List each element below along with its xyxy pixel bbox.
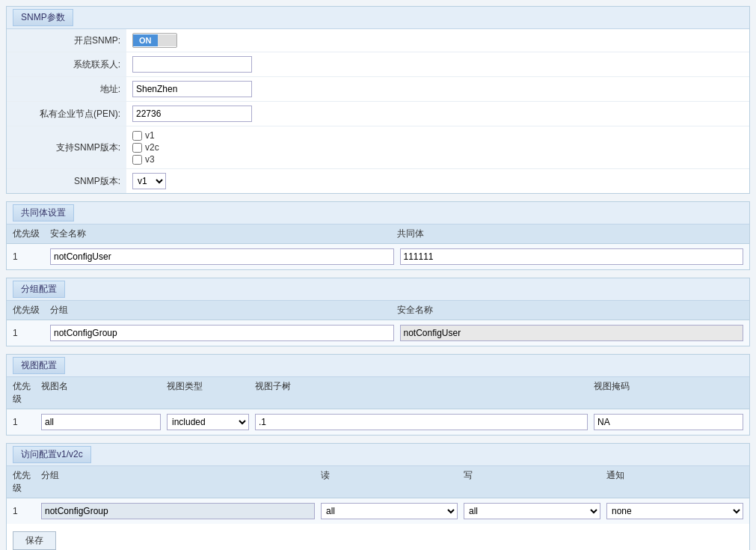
view-col-subtree: 视图子树 (255, 380, 588, 406)
access-notify-select[interactable]: none all (606, 503, 743, 519)
pen-label: 私有企业节点(PEN): (7, 102, 126, 126)
community-col-priority: 优先级 (13, 227, 50, 240)
version-support-row: 支持SNMP版本: v1 v2c v3 (7, 126, 749, 169)
view-subtree-input[interactable] (255, 414, 588, 430)
community-value-cell (400, 248, 744, 265)
view-config-title: 视图配置 (13, 357, 65, 374)
group-header-row: 优先级 分组 安全名称 (7, 301, 749, 320)
location-label: 地址: (7, 77, 126, 102)
access-config-title-bar: 访问配置v1/v2c (7, 444, 749, 466)
view-config-title-bar: 视图配置 (7, 355, 749, 377)
v2c-checkbox-label[interactable]: v2c (132, 142, 743, 153)
save-button[interactable]: 保存 (13, 531, 56, 550)
group-name-input[interactable] (50, 325, 394, 341)
view-priority: 1 (13, 417, 35, 427)
location-value-cell (126, 77, 749, 102)
community-name-input[interactable] (50, 248, 394, 265)
toggle-on-label: ON (133, 34, 158, 46)
snmp-toggle[interactable]: ON (132, 33, 177, 48)
snmp-params-section: SNMP参数 开启SNMP: ON 系统联系人: 地址: 私有企业 (6, 6, 750, 194)
access-write-select[interactable]: all none (464, 503, 600, 519)
v1-checkbox[interactable] (132, 131, 142, 141)
v3-checkbox[interactable] (132, 155, 142, 165)
group-config-title: 分组配置 (13, 281, 65, 298)
contact-row: 系统联系人: (7, 52, 749, 77)
community-name-cell (50, 248, 394, 265)
community-value-input[interactable] (400, 248, 744, 265)
view-col-viewname: 视图名 (41, 380, 161, 406)
v1-checkbox-label[interactable]: v1 (132, 130, 743, 141)
version-checkboxes: v1 v2c v3 (132, 130, 743, 165)
access-col-notify: 通知 (606, 469, 743, 495)
view-data-row: 1 included excluded (7, 409, 749, 435)
group-col-group: 分组 (50, 304, 397, 317)
community-priority: 1 (13, 251, 50, 262)
access-col-write: 写 (464, 469, 600, 495)
group-col-priority: 优先级 (13, 304, 50, 317)
access-config-section: 访问配置v1/v2c 优先级 分组 读 写 通知 1 all none all … (6, 443, 750, 550)
snmp-version-select[interactable]: v1 v2c v3 (132, 173, 166, 189)
enable-label: 开启SNMP: (7, 29, 126, 52)
group-security-input[interactable] (400, 325, 744, 341)
snmp-version-value-cell: v1 v2c v3 (126, 169, 749, 194)
v3-label: v3 (145, 154, 155, 165)
view-name-input[interactable] (41, 414, 161, 430)
location-input[interactable] (132, 81, 252, 97)
toggle-off-area (158, 34, 176, 46)
v1-label: v1 (145, 130, 155, 141)
contact-input[interactable] (132, 56, 252, 73)
access-read-select[interactable]: all none (321, 503, 458, 519)
v2c-checkbox[interactable] (132, 143, 142, 153)
version-support-label: 支持SNMP版本: (7, 126, 126, 169)
snmp-params-title-bar: SNMP参数 (7, 7, 749, 29)
pen-value-cell (126, 102, 749, 126)
snmp-params-title: SNMP参数 (13, 9, 73, 26)
view-type-select[interactable]: included excluded (167, 414, 249, 430)
access-col-priority: 优先级 (13, 469, 35, 495)
group-priority: 1 (13, 328, 50, 338)
save-button-container: 保存 (7, 524, 749, 550)
access-data-row: 1 all none all none none all (7, 498, 749, 524)
access-header-row: 优先级 分组 读 写 通知 (7, 466, 749, 498)
access-col-group: 分组 (41, 469, 315, 495)
v3-checkbox-label[interactable]: v3 (132, 154, 743, 165)
snmp-params-table: 开启SNMP: ON 系统联系人: 地址: 私有企业节点(PEN): (7, 29, 749, 193)
group-data-row: 1 (7, 320, 749, 346)
community-col-name: 安全名称 (50, 227, 397, 240)
view-header-row: 优先级 视图名 视图类型 视图子树 视图掩码 (7, 377, 749, 409)
community-header-row: 优先级 安全名称 共同体 (7, 224, 749, 244)
view-col-mask: 视图掩码 (594, 380, 743, 406)
group-security-cell (400, 325, 744, 341)
access-config-title: 访问配置v1/v2c (13, 446, 91, 463)
access-priority: 1 (13, 506, 35, 516)
snmp-version-label: SNMP版本: (7, 169, 126, 194)
community-section: 共同体设置 优先级 安全名称 共同体 1 (6, 201, 750, 270)
view-mask-cell (594, 414, 743, 430)
pen-input[interactable] (132, 106, 252, 122)
snmp-version-row: SNMP版本: v1 v2c v3 (7, 169, 749, 194)
community-col-community: 共同体 (397, 227, 744, 240)
contact-label: 系统联系人: (7, 52, 126, 77)
view-col-viewtype: 视图类型 (167, 380, 249, 406)
community-title: 共同体设置 (13, 204, 74, 221)
group-config-section: 分组配置 优先级 分组 安全名称 1 (6, 278, 750, 346)
access-write-cell: all none (464, 503, 600, 519)
group-name-cell (50, 325, 394, 341)
pen-row: 私有企业节点(PEN): (7, 102, 749, 126)
community-data-row: 1 (7, 244, 749, 269)
view-config-section: 视图配置 优先级 视图名 视图类型 视图子树 视图掩码 1 included e… (6, 354, 750, 436)
v2c-label: v2c (145, 142, 159, 153)
access-col-read: 读 (321, 469, 458, 495)
location-row: 地址: (7, 77, 749, 102)
view-mask-input[interactable] (594, 414, 743, 430)
view-name-cell (41, 414, 161, 430)
access-read-cell: all none (321, 503, 458, 519)
access-notify-cell: none all (606, 503, 743, 519)
view-type-cell: included excluded (167, 414, 249, 430)
access-group-cell (41, 503, 315, 519)
view-subtree-cell (255, 414, 588, 430)
snmp-enable-row: 开启SNMP: ON (7, 29, 749, 52)
access-group-input[interactable] (41, 503, 315, 519)
contact-value-cell (126, 52, 749, 77)
version-support-value-cell: v1 v2c v3 (126, 126, 749, 169)
